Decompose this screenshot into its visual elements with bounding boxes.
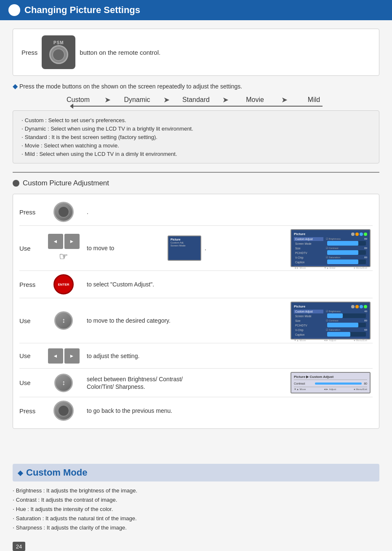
panel-footer-1: ◄► Move ▼▲ Enter ● Menu/Exit: [294, 265, 367, 269]
main-content: Press PSM button on the remote control. …: [0, 20, 392, 457]
panel-values-1: ☑ Brightness 80 ☑ Contrast 80: [326, 237, 367, 264]
round-button-icon: [53, 202, 74, 222]
press-label: Press: [21, 49, 37, 56]
panel-menu-2-custom: Custom Adjust: [294, 310, 323, 313]
instr-desc-row-2: to move to Picture Custom Adj Screen Mod…: [87, 235, 282, 261]
panel-icon-2d: [364, 305, 367, 308]
back-arrow-line: [73, 106, 323, 107]
instr-right-6: Picture ▶ Custom Adjust Contrast 80 ▼▲ M…: [288, 372, 373, 393]
diamond-icon: ◆: [13, 83, 18, 90]
instr-icon-3: ENTER: [47, 274, 80, 294]
panel-menu-2-screen: Screen Mode: [294, 314, 323, 318]
page-number: 24: [13, 542, 25, 551]
round-button-icon-2: [53, 401, 74, 421]
panel-footer-2: ▼▲ Move ◄► Adjust ● Menu/Exit: [294, 338, 367, 342]
arrow-1: [97, 95, 118, 104]
nav-lr-icon: ◄ ►: [48, 234, 80, 249]
panel-val2-hue: ☑ Saturation 60: [326, 328, 367, 331]
panel-menu-caption: Caption: [294, 260, 323, 264]
panel-menu-2-vchip: V-Chip: [294, 328, 323, 332]
instr-desc-3: to select "Custom Adjust".: [87, 281, 373, 288]
instr-label-5: Use: [19, 352, 40, 359]
instr-row-4: Use ↕ to move to the desired category. P…: [19, 298, 373, 343]
updown-button-icon: ↕: [54, 311, 73, 330]
panel-val-contrast: ☑ Contrast 80: [326, 246, 367, 249]
instr-icon-7: [47, 401, 80, 421]
instr-row-1: Press .: [19, 198, 373, 226]
instr-icon-2: ◄ ► ☞: [47, 234, 80, 262]
panel-menu-pc: PC/HDTV: [294, 251, 323, 255]
panel-icon-3: [360, 233, 363, 236]
custom-panel-row: Contrast 80: [294, 382, 367, 385]
section-dot-icon: [13, 180, 19, 187]
screen-thumbnail: Picture Custom Adj Screen Mode: [168, 235, 201, 261]
custom-mode-item-saturation: Saturation : It adjusts the natural tint…: [13, 514, 379, 523]
panel-icon-1: [351, 233, 355, 236]
nav-left-icon: ◄: [48, 234, 63, 249]
instruction-area: Press . Use ◄ ► ☞: [13, 194, 379, 429]
page: Changing Picture Settings Press PSM butt…: [0, 0, 392, 551]
panel-menu-2-size: Size: [294, 319, 323, 323]
mode-custom: Custom: [59, 96, 97, 104]
nav-left-icon-2: ◄: [48, 348, 63, 364]
panel-val2-contrast: ☑ Contrast 80: [326, 319, 367, 322]
desc-box: Custom : Select to set user's preference…: [13, 110, 379, 163]
nav-lr-icon-2: ◄ ►: [48, 348, 80, 364]
instr-label-4: Use: [19, 317, 40, 324]
hand-icon: ☞: [59, 251, 68, 262]
title-bar: Changing Picture Settings: [0, 0, 392, 20]
mode-flow-diagram: Custom Dynamic Standard Movie Mild: [13, 95, 379, 106]
panel-title-2: Picture: [294, 305, 305, 308]
section-divider: [13, 172, 379, 173]
psm-inner: [52, 48, 65, 61]
desc-item-mild: Mild : Select when using the LCD TV in a…: [21, 150, 371, 158]
panel-icon-4: [364, 233, 367, 236]
panel-icon-2a: [351, 305, 355, 308]
note-text: ◆ Press the mode buttons on the shown on…: [13, 82, 379, 90]
screen-thumb-row: Custom Adj: [171, 241, 198, 244]
panel-val2-brightness: ☑ Brightness 40: [326, 310, 367, 313]
panel-menu-vchip: V-Chip: [294, 256, 323, 259]
diamond-icon-2: ◆: [18, 469, 23, 477]
panel-menu-size: Size: [294, 246, 323, 250]
instr-desc-1: .: [87, 209, 373, 215]
screen-thumb-title: Picture: [171, 238, 198, 241]
custom-panel-bar: [315, 382, 362, 385]
desc-item-dynamic: Dynamic : Select when using the LCD TV i…: [21, 124, 371, 133]
section-title: Custom Picture Adjustment: [13, 179, 379, 187]
button-text: button on the remote control.: [80, 49, 160, 56]
instr-row-5: Use ◄ ► to adjust the setting.: [19, 343, 373, 369]
mode-mild: Mild: [295, 96, 333, 104]
custom-panel-footer: ▼▲ Move ◄► Adjust ● Menu/Exit: [294, 387, 367, 391]
instr-right-4: Picture Custom Adjust Screen: [288, 302, 373, 340]
instr-right-2: Picture Custom Adjust Screen: [288, 229, 373, 267]
nav-right-icon-2: ►: [64, 348, 80, 364]
instr-icon-6: ↕: [47, 374, 80, 392]
instr-label-7: Press: [19, 407, 40, 415]
custom-panel-label: Contrast: [294, 382, 313, 385]
panel-icon-2b: [355, 305, 359, 308]
psm-label: PSM: [53, 40, 64, 45]
instr-desc-5: to adjust the setting.: [87, 353, 373, 359]
back-left-arrow-icon: [70, 104, 73, 109]
psm-button-icon: PSM: [42, 35, 75, 69]
title-circle-icon: [8, 4, 20, 16]
top-section: Press PSM button on the remote control.: [13, 29, 379, 76]
panel-val-brightness: ☑ Brightness 80: [326, 237, 367, 240]
enter-button-icon: ENTER: [53, 274, 74, 294]
updown-button-icon-2: ↕: [54, 374, 73, 392]
custom-mode-item-sharpness: Sharpness : It adjusts the clarity of th…: [13, 523, 379, 532]
custom-mode-item-contrast: Contrast : It adjusts the contrast of im…: [13, 495, 379, 504]
panel-icon-2c: [360, 305, 363, 308]
screen-panel-2: Picture Custom Adjust Screen: [291, 302, 371, 340]
back-arrow-container: [70, 104, 323, 106]
mode-standard: Standard: [177, 96, 215, 104]
panel-body-1: Custom Adjust Screen Mode Size PC/HDTV V…: [294, 237, 367, 264]
panel-menu-2: Custom Adjust Screen Mode Size PC/HDTV V…: [294, 310, 323, 337]
instr-label-1: Press: [19, 209, 40, 216]
desc-item-movie: Movie : Select when watching a movie.: [21, 141, 371, 150]
panel-title-1: Picture: [294, 232, 305, 236]
instr-icon-1: [47, 202, 80, 222]
arrow-3: [215, 95, 236, 104]
instr-row-2: Use ◄ ► ☞ to move to Picture Custom Adj: [19, 226, 373, 271]
